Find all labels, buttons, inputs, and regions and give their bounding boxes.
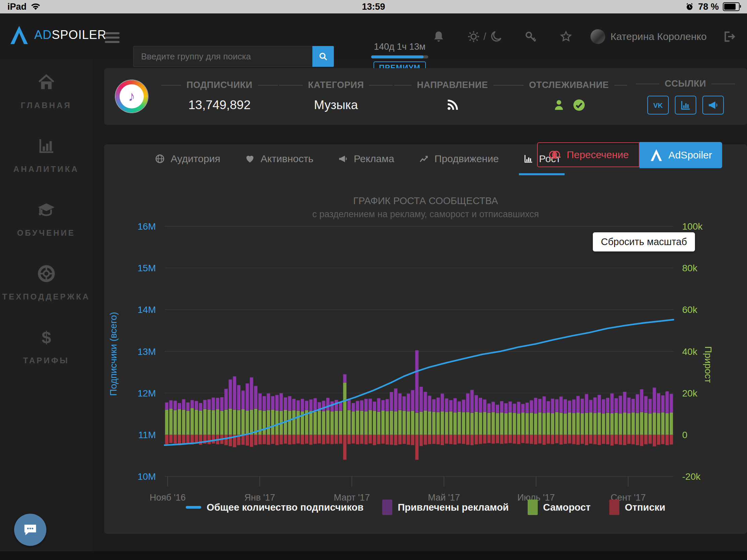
bar-ads-growth[interactable] (271, 396, 275, 409)
bar-ads-growth[interactable] (292, 399, 295, 410)
bar-unsubscribes[interactable] (377, 435, 381, 444)
bar-ads-growth[interactable] (547, 401, 550, 412)
bar-unsubscribes[interactable] (301, 435, 304, 445)
bar-unsubscribes[interactable] (449, 435, 453, 444)
bar-ads-growth[interactable] (441, 394, 444, 411)
bar-unsubscribes[interactable] (597, 435, 601, 445)
bar-self-growth[interactable] (424, 410, 427, 435)
bar-self-growth[interactable] (428, 411, 431, 435)
bar-self-growth[interactable] (564, 414, 567, 435)
bar-ads-growth[interactable] (623, 392, 626, 412)
bar-self-growth[interactable] (419, 412, 423, 435)
bar-ads-growth[interactable] (462, 400, 465, 412)
bar-ads-growth[interactable] (657, 393, 660, 413)
legend-item[interactable]: Общее количество подписчиков (186, 502, 363, 513)
bar-self-growth[interactable] (466, 412, 469, 435)
search-button[interactable] (312, 46, 334, 67)
bar-self-growth[interactable] (386, 411, 389, 435)
bar-unsubscribes[interactable] (632, 435, 635, 445)
growth-chart[interactable]: 16M100k15M80k14M60k13M40k12M20k11M010M-2… (104, 144, 747, 534)
bar-ads-growth[interactable] (347, 400, 351, 410)
bar-ads-growth[interactable] (419, 387, 423, 412)
logout-button[interactable] (721, 29, 737, 44)
bar-self-growth[interactable] (331, 411, 334, 435)
bar-self-growth[interactable] (653, 412, 656, 435)
bar-unsubscribes[interactable] (352, 435, 355, 444)
bar-self-growth[interactable] (178, 409, 181, 435)
bar-unsubscribes[interactable] (589, 435, 592, 444)
bar-unsubscribes[interactable] (407, 435, 410, 445)
bar-unsubscribes[interactable] (309, 435, 313, 445)
bar-unsubscribes[interactable] (208, 435, 211, 444)
bar-self-growth[interactable] (398, 410, 402, 435)
bar-unsubscribes[interactable] (657, 435, 660, 445)
bar-self-growth[interactable] (390, 410, 393, 434)
adspoiler-logo[interactable]: ADSPOILER (9, 23, 106, 47)
bar-self-growth[interactable] (615, 413, 618, 435)
bar-unsubscribes[interactable] (390, 435, 393, 445)
bar-self-growth[interactable] (623, 412, 626, 435)
bar-unsubscribes[interactable] (174, 435, 177, 444)
bar-self-growth[interactable] (555, 412, 559, 435)
bar-unsubscribes[interactable] (343, 435, 346, 460)
subscribers-line[interactable] (164, 320, 673, 445)
bar-ads-growth[interactable] (352, 403, 355, 411)
community-avatar[interactable]: ♪ (115, 80, 148, 112)
bar-ads-growth[interactable] (615, 398, 618, 412)
legend-item[interactable]: Отписки (609, 500, 665, 515)
bar-self-growth[interactable] (403, 411, 406, 435)
bar-unsubscribes[interactable] (492, 435, 495, 444)
bar-ads-growth[interactable] (564, 399, 567, 413)
bar-unsubscribes[interactable] (428, 435, 431, 444)
bar-unsubscribes[interactable] (487, 435, 491, 443)
bar-unsubscribes[interactable] (297, 435, 300, 444)
bar-ads-growth[interactable] (373, 402, 376, 411)
bar-unsubscribes[interactable] (530, 435, 533, 444)
bar-ads-growth[interactable] (284, 398, 287, 410)
theme-dark-button[interactable] (488, 29, 504, 44)
bar-unsubscribes[interactable] (564, 435, 567, 444)
bar-self-growth[interactable] (263, 410, 266, 434)
bar-self-growth[interactable] (534, 414, 537, 435)
bar-self-growth[interactable] (309, 411, 313, 435)
bar-unsubscribes[interactable] (653, 435, 656, 447)
bar-self-growth[interactable] (377, 412, 381, 435)
bar-ads-growth[interactable] (335, 400, 338, 410)
bar-ads-growth[interactable] (322, 401, 326, 411)
bar-self-growth[interactable] (208, 409, 211, 435)
bar-unsubscribes[interactable] (271, 435, 275, 444)
bar-ads-growth[interactable] (280, 393, 283, 411)
bar-ads-growth[interactable] (517, 402, 520, 414)
bar-self-growth[interactable] (174, 410, 177, 435)
bar-ads-growth[interactable] (343, 374, 346, 383)
bar-self-growth[interactable] (326, 410, 330, 435)
bar-ads-growth[interactable] (237, 385, 240, 410)
reset-zoom-button[interactable]: Сбросить масштаб (593, 232, 695, 251)
bar-unsubscribes[interactable] (602, 435, 605, 444)
sidebar-item-аналитика[interactable]: АНАЛИТИКА (0, 123, 93, 187)
bar-ads-growth[interactable] (216, 398, 219, 409)
bar-unsubscribes[interactable] (241, 435, 245, 445)
bar-unsubscribes[interactable] (661, 435, 665, 444)
bar-self-growth[interactable] (670, 412, 673, 435)
bar-unsubscribes[interactable] (542, 435, 546, 445)
bar-self-growth[interactable] (538, 412, 541, 434)
bar-ads-growth[interactable] (398, 394, 402, 410)
bar-unsubscribes[interactable] (267, 435, 270, 445)
bar-unsubscribes[interactable] (619, 435, 622, 445)
bar-self-growth[interactable] (335, 410, 338, 434)
bar-self-growth[interactable] (547, 412, 550, 435)
bar-unsubscribes[interactable] (169, 435, 173, 443)
bar-self-growth[interactable] (568, 412, 571, 435)
bar-self-growth[interactable] (195, 409, 198, 435)
stats-link-button[interactable] (675, 96, 696, 114)
bar-self-growth[interactable] (220, 410, 224, 434)
bar-self-growth[interactable] (271, 409, 275, 435)
bar-ads-growth[interactable] (551, 399, 554, 413)
bar-self-growth[interactable] (627, 413, 631, 435)
bar-self-growth[interactable] (352, 411, 355, 435)
bar-ads-growth[interactable] (233, 376, 236, 409)
bar-ads-growth[interactable] (619, 396, 622, 414)
bar-self-growth[interactable] (606, 413, 609, 435)
bar-unsubscribes[interactable] (670, 435, 673, 445)
